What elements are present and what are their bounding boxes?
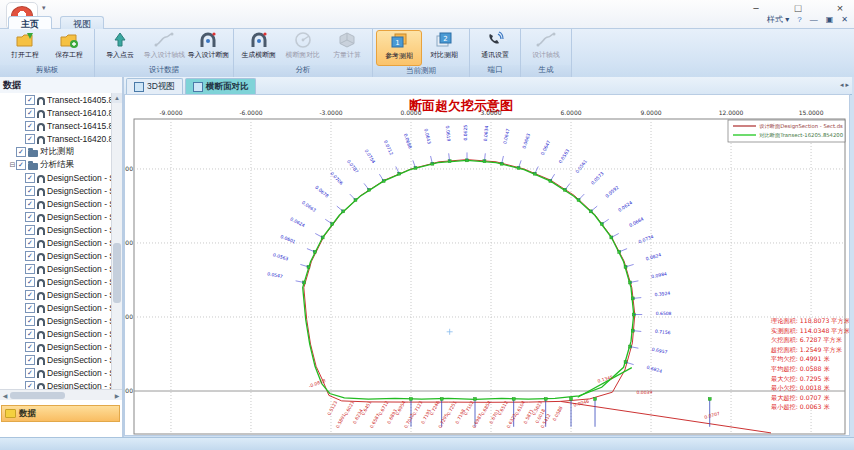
tree-item-transect-3[interactable]: ✓Transect-16420.85	[0, 132, 112, 145]
tree-item-folder-4[interactable]: ✓对比测期	[0, 145, 112, 158]
tree-checkbox[interactable]: ✓	[25, 212, 35, 222]
overbreak-value-label: 0.0663	[521, 133, 531, 150]
x-tick-label: -9.0000	[159, 109, 182, 116]
x-tick-label: 15.0000	[799, 109, 824, 116]
tree-checkbox[interactable]: ✓	[25, 95, 35, 105]
floor-point-marker	[512, 397, 515, 400]
ribbon-button-2-0[interactable]: 生成横断面	[237, 30, 281, 64]
tree-checkbox[interactable]: ✓	[25, 264, 35, 274]
overbreak-value-label: 0.0561	[574, 159, 588, 175]
tree-checkbox[interactable]: ✓	[25, 238, 35, 248]
ribbon-button-label: 打开工程	[11, 50, 39, 59]
tree-checkbox[interactable]: ✓	[16, 147, 26, 157]
tree-checkbox[interactable]: ✓	[25, 316, 35, 326]
tree-checkbox[interactable]: ✓	[25, 186, 35, 196]
tree-item-section-11[interactable]: ✓DesignSection - Sect	[0, 236, 112, 249]
tree-item-section-15[interactable]: ✓DesignSection - Sect	[0, 288, 112, 301]
tree-checkbox[interactable]: ✓	[25, 121, 35, 131]
plot-border	[134, 119, 845, 434]
ribbon-button-1-2[interactable]: 导入设计断面	[186, 30, 230, 64]
ribbon-button-label: 方量计算	[333, 50, 361, 59]
tree-item-section-7[interactable]: ✓DesignSection - Sect	[0, 184, 112, 197]
tree-item-section-17[interactable]: ✓DesignSection - Sect	[0, 314, 112, 327]
overbreak-value-label: 0.0625	[463, 125, 468, 141]
tree-checkbox[interactable]: ✓	[25, 329, 35, 339]
tree-item-section-6[interactable]: ✓DesignSection - Sect	[0, 171, 112, 184]
ribbon-button-label: 生成横断面	[242, 50, 277, 59]
tree-checkbox[interactable]: ✓	[25, 199, 35, 209]
scroll-left-icon[interactable]: ◀	[0, 392, 10, 399]
layers-1-icon: 1	[388, 31, 410, 51]
tunnel-icon	[197, 30, 219, 50]
ribbon-button-3-1[interactable]: 2对比测期	[422, 30, 466, 64]
tree-horizontal-scrollbar[interactable]: ◀ ▶	[0, 389, 122, 400]
stat-line: 最大超挖: 0.0707 米	[771, 394, 830, 402]
doc-tab-1[interactable]: 横断面对比	[185, 78, 257, 94]
help-icon[interactable]: ?	[797, 15, 801, 24]
floor-point-marker	[544, 397, 547, 400]
ribbon-button-1-0[interactable]: 导入点云	[98, 30, 142, 64]
ribbon-button-5-0[interactable]: 设计轴线	[524, 30, 568, 64]
tree-checkbox[interactable]: ✓	[25, 303, 35, 313]
ribbon-button-2-1[interactable]: 横断面对比	[281, 30, 325, 64]
document-area: 3D视图横断面对比 ◂ ▸ 断面超欠挖示意图-9.0000-6.0000-3.0…	[124, 77, 852, 438]
scroll-right-icon[interactable]: ▶	[112, 392, 122, 399]
tree-checkbox[interactable]: ✓	[25, 277, 35, 287]
data-tab-label: 数据	[19, 408, 36, 420]
tree-item-section-14[interactable]: ✓DesignSection - Sect	[0, 275, 112, 288]
tree-checkbox[interactable]: ✓	[25, 290, 35, 300]
tree-checkbox[interactable]: ✓	[16, 160, 26, 170]
tree-item-transect-2[interactable]: ✓Transect-16415.85	[0, 119, 112, 132]
tree-item-transect-0[interactable]: ✓Transect-16405.85	[0, 93, 112, 106]
collapse-icon[interactable]: ⊟	[9, 161, 16, 169]
ribbon-minimize-icon[interactable]: —	[810, 15, 818, 24]
tree-item-section-12[interactable]: ✓DesignSection - Sect	[0, 249, 112, 262]
ribbon-button-0-1[interactable]: 保存工程	[47, 30, 91, 64]
ribbon-restore-icon[interactable]: ▣	[826, 15, 834, 24]
overbreak-value-label: 0.6957	[651, 347, 668, 355]
tree-checkbox[interactable]: ✓	[25, 355, 35, 365]
tree-checkbox[interactable]: ✓	[25, 108, 35, 118]
style-dropdown[interactable]: 样式 ▾	[767, 14, 789, 25]
ribbon-button-3-0[interactable]: 1参考测期	[376, 30, 422, 66]
tree-item-label: DesignSection - Sect	[47, 368, 112, 378]
tree-item-section-18[interactable]: ✓DesignSection - Sect	[0, 327, 112, 340]
tree-item-section-20[interactable]: ✓DesignSection - Sect	[0, 353, 112, 366]
tab-nav-arrows[interactable]: ◂ ▸	[840, 81, 849, 89]
tree-item-section-13[interactable]: ✓DesignSection - Sect	[0, 262, 112, 275]
tree-item-label: Transect-16415.85	[47, 121, 112, 131]
tree-vertical-scrollbar[interactable]: ▲	[111, 93, 122, 398]
overbreak-value-label: 0.0624	[289, 216, 305, 228]
ribbon-close-icon[interactable]: ✕	[841, 15, 848, 24]
tree-item-label: Transect-16420.85	[47, 134, 112, 144]
measure-point-marker	[549, 179, 552, 182]
quick-access-caret-icon[interactable]: ▾	[42, 4, 46, 12]
tree-item-section-21[interactable]: ✓DesignSection - Sect	[0, 366, 112, 379]
doc-tab-0[interactable]: 3D视图	[126, 78, 183, 94]
tree-item-transect-1[interactable]: ✓Transect-16410.85	[0, 106, 112, 119]
tree-checkbox[interactable]: ✓	[25, 173, 35, 183]
tree-item-section-8[interactable]: ✓DesignSection - Sect	[0, 197, 112, 210]
tree-checkbox[interactable]: ✓	[25, 225, 35, 235]
tree-item-section-10[interactable]: ✓DesignSection - Sect	[0, 223, 112, 236]
tree-item-section-16[interactable]: ✓DesignSection - Sect	[0, 301, 112, 314]
ribbon-button-0-0[interactable]: 打开工程	[3, 30, 47, 64]
tree-item-label: 对比测期	[40, 146, 74, 158]
tree-item-section-19[interactable]: ✓DesignSection - Sect	[0, 340, 112, 353]
ribbon-button-2-2[interactable]: 方量计算	[325, 30, 369, 64]
measure-tick	[550, 174, 554, 181]
compass-icon	[292, 30, 314, 50]
measure-point-marker	[313, 250, 316, 253]
ribbon-button-1-1[interactable]: 导入设计轴线	[142, 30, 186, 64]
tree-item-folder-5[interactable]: ⊟✓分析结果	[0, 158, 112, 171]
y-tick-label: 6.0000	[125, 239, 133, 246]
tree-item-section-9[interactable]: ✓DesignSection - Sect	[0, 210, 112, 223]
tree-checkbox[interactable]: ✓	[25, 251, 35, 261]
ribbon-button-4-0[interactable]: 通讯设置	[473, 30, 517, 64]
scroll-up-icon[interactable]: ▲	[112, 93, 122, 103]
extra-value-label: -0.0818	[308, 378, 326, 389]
data-panel-tab[interactable]: 数据	[1, 405, 120, 422]
tree-checkbox[interactable]: ✓	[25, 368, 35, 378]
data-panel: 数据 ✓Transect-16405.85✓Transect-16410.85✓…	[0, 77, 124, 438]
tree-checkbox[interactable]: ✓	[25, 342, 35, 352]
